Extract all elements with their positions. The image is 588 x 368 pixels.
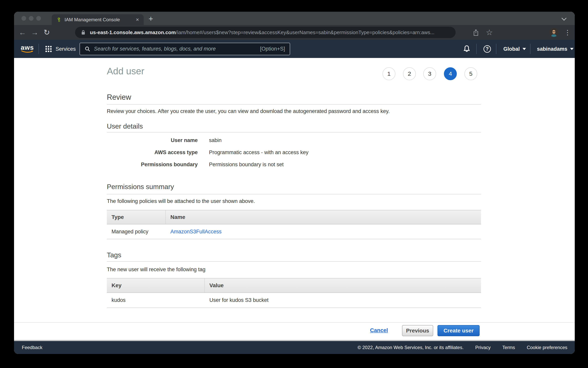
services-menu[interactable]: Services [55, 46, 76, 52]
traffic-light-zoom-icon[interactable] [36, 16, 41, 21]
section-divider [107, 194, 481, 194]
wizard-step-2[interactable]: 2 [403, 67, 416, 80]
browser-menu-icon[interactable]: ⋮ [564, 29, 571, 36]
tags-table: Key Value kudos User for kudos S3 bucket [107, 278, 481, 308]
address-bar[interactable]: us-east-1.console.aws.amazon.com/iam/hom… [75, 27, 456, 38]
policy-type-cell: Managed policy [107, 224, 166, 239]
copyright-text: © 2022, Amazon Web Services, Inc. or its… [357, 345, 463, 350]
permissions-description: The following policies will be attached … [107, 198, 255, 204]
help-glyph: ? [486, 46, 489, 52]
permissions-summary-heading: Permissions summary [107, 183, 174, 191]
page-title: Add user [107, 66, 144, 76]
search-icon [85, 46, 90, 52]
iam-key-favicon-icon [56, 17, 62, 22]
privacy-link[interactable]: Privacy [475, 345, 491, 350]
search-shortcut-hint: [Option+S] [260, 46, 285, 52]
review-description: Review your choices. After you create th… [107, 108, 390, 114]
traffic-light-close-icon[interactable] [21, 16, 26, 21]
reload-button[interactable]: ↻ [44, 29, 50, 36]
aws-navbar: aws Services [Option+S] [14, 40, 575, 58]
permissions-boundary-value: Permissions boundary is not set [209, 161, 284, 168]
bookmark-star-icon[interactable]: ☆ [486, 28, 493, 36]
browser-window: IAM Management Console × + ← → ↻ us-east… [14, 12, 575, 354]
console-search[interactable]: [Option+S] [80, 43, 290, 55]
wizard-step-3[interactable]: 3 [423, 67, 436, 80]
policies-table: Type Name Managed policy AmazonS3FullAcc… [107, 210, 481, 239]
chevron-down-icon [523, 48, 526, 50]
actions-divider [14, 322, 575, 323]
lock-icon [81, 30, 86, 35]
value-column-header: Value [205, 278, 481, 293]
section-divider [107, 104, 481, 105]
policy-name-link[interactable]: AmazonS3FullAccess [170, 229, 222, 235]
section-divider [107, 132, 481, 132]
tag-key-cell: kudos [107, 293, 205, 307]
permissions-boundary-label: Permissions boundary [107, 161, 198, 168]
user-details-heading: User details [107, 122, 143, 130]
tag-value-cell: User for kudos S3 bucket [205, 293, 481, 307]
wizard-step-1[interactable]: 1 [383, 67, 395, 80]
feedback-link[interactable]: Feedback [22, 345, 42, 350]
console-footer: Feedback © 2022, Amazon Web Services, In… [14, 341, 575, 354]
nav-divider [496, 44, 496, 54]
new-tab-button[interactable]: + [149, 14, 153, 23]
access-type-value: Programmatic access - with an access key [209, 149, 308, 156]
user-name-label: User name [107, 137, 198, 144]
tags-table-header: Key Value [107, 278, 481, 293]
profile-avatar[interactable] [549, 28, 558, 37]
wizard-step-4-active[interactable]: 4 [444, 67, 457, 80]
table-row: Managed policy AmazonS3FullAccess [107, 224, 481, 239]
access-type-label: AWS access type [107, 149, 198, 156]
browser-tab[interactable]: IAM Management Console × [52, 14, 144, 25]
type-column-header: Type [107, 210, 166, 224]
name-column-header: Name [166, 210, 481, 224]
cancel-button[interactable]: Cancel [370, 327, 388, 333]
tab-strip: IAM Management Console × + [14, 12, 575, 25]
back-button[interactable]: ← [19, 29, 26, 36]
add-user-wizard: Add user 1 2 3 4 5 Review Review your ch… [14, 58, 575, 340]
traffic-light-minimize-icon[interactable] [29, 16, 34, 21]
nav-divider [476, 44, 477, 54]
region-selector[interactable]: Global [503, 46, 526, 52]
policies-table-header: Type Name [107, 210, 481, 224]
nav-divider [38, 44, 39, 54]
wizard-step-5[interactable]: 5 [464, 67, 477, 80]
tab-title: IAM Management Console [64, 17, 133, 22]
notifications-bell-icon[interactable] [463, 45, 471, 53]
tags-description: The new user will receive the following … [107, 267, 205, 273]
section-divider [107, 261, 481, 262]
table-row: kudos User for kudos S3 bucket [107, 293, 481, 308]
url-domain: us-east-1.console.aws.amazon.com [90, 29, 176, 35]
aws-logo[interactable]: aws [20, 44, 34, 54]
tab-close-icon[interactable]: × [136, 17, 139, 22]
browser-toolbar: ← → ↻ us-east-1.console.aws.amazon.com/i… [14, 25, 575, 40]
console-search-input[interactable] [94, 46, 257, 52]
nav-divider [530, 44, 530, 54]
account-label: sabinadams [537, 46, 567, 52]
cookie-preferences-link[interactable]: Cookie preferences [527, 345, 567, 350]
previous-button[interactable]: Previous [402, 325, 433, 336]
share-icon[interactable] [472, 28, 479, 36]
tab-search-chevron-icon[interactable] [561, 16, 566, 20]
account-menu[interactable]: sabinadams [537, 46, 574, 52]
aws-logo-text: aws [20, 44, 34, 50]
url-path: /iam/home#/users$new?step=review&accessK… [176, 29, 435, 35]
forward-button[interactable]: → [31, 29, 38, 36]
user-name-value: sabin [209, 137, 222, 144]
tags-heading: Tags [107, 251, 121, 259]
create-user-button[interactable]: Create user [437, 325, 480, 336]
services-grid-icon[interactable] [45, 46, 52, 52]
chevron-down-icon [570, 48, 574, 50]
region-label: Global [503, 46, 520, 52]
url-text: us-east-1.console.aws.amazon.com/iam/hom… [90, 29, 434, 36]
terms-link[interactable]: Terms [502, 345, 515, 350]
key-column-header: Key [107, 278, 205, 293]
help-icon[interactable]: ? [483, 45, 491, 53]
review-heading: Review [107, 93, 131, 101]
